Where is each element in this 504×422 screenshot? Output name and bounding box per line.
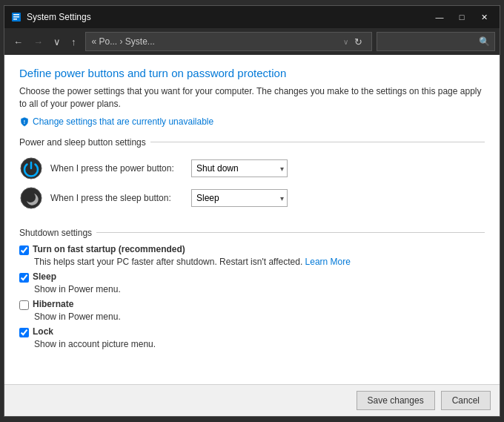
sleep-button-label: When I press the sleep button: xyxy=(50,193,184,203)
fast-startup-checkbox[interactable] xyxy=(19,245,29,255)
fast-startup-desc: This helps start your PC faster after sh… xyxy=(34,257,485,267)
nav-bar: ← → ∨ ↑ « Po... › Syste... ∨ ↻ 🔍 xyxy=(4,28,500,55)
address-bar[interactable]: « Po... › Syste... ∨ ↻ xyxy=(85,32,373,51)
power-section-label: Power and sleep button settings xyxy=(19,137,146,148)
fast-startup-desc-text: This helps start your PC faster after sh… xyxy=(34,257,302,267)
window-title: System Settings xyxy=(27,12,430,22)
sleep-label[interactable]: Sleep xyxy=(33,271,56,282)
lock-desc: Show in account picture menu. xyxy=(34,339,485,349)
svg-point-6 xyxy=(21,188,42,208)
power-button-label: When I press the power button: xyxy=(50,163,184,174)
power-settings: When I press the power button: Do nothin… xyxy=(19,154,485,225)
fast-startup-row: Turn on fast startup (recommended) xyxy=(19,244,485,255)
shutdown-section-header: Shutdown settings xyxy=(19,228,485,238)
sleep-button-select-wrapper: Do nothing Sleep Hibernate Shut down Tur… xyxy=(191,189,288,207)
shutdown-section-label: Shutdown settings xyxy=(19,228,92,238)
main-window: System Settings — □ ✕ ← → ∨ ↑ « Po... › … xyxy=(4,5,500,417)
svg-rect-2 xyxy=(13,14,19,16)
section-divider xyxy=(150,142,485,142)
search-input[interactable] xyxy=(382,36,479,47)
lock-row: Lock xyxy=(19,326,485,337)
cancel-button[interactable]: Cancel xyxy=(441,391,491,410)
up-button[interactable]: ↑ xyxy=(67,33,81,50)
title-bar: System Settings — □ ✕ xyxy=(4,6,500,28)
address-text: « Po... › Syste... xyxy=(92,36,341,47)
power-button-select-wrapper: Do nothing Sleep Hibernate Shut down Tur… xyxy=(191,159,288,177)
content-area: Define power buttons and turn on passwor… xyxy=(4,55,500,384)
search-icon: 🔍 xyxy=(479,36,490,47)
sleep-button-select[interactable]: Do nothing Sleep Hibernate Shut down Tur… xyxy=(191,189,288,207)
page-title: Define power buttons and turn on passwor… xyxy=(19,67,485,79)
sleep-checkbox[interactable] xyxy=(19,273,29,283)
power-button-select[interactable]: Do nothing Sleep Hibernate Shut down Tur… xyxy=(191,159,288,177)
fast-startup-label[interactable]: Turn on fast startup (recommended) xyxy=(33,244,185,254)
svg-text:!: ! xyxy=(24,119,25,125)
maximize-button[interactable]: □ xyxy=(452,10,471,24)
svg-rect-3 xyxy=(13,19,17,20)
shutdown-section: Shutdown settings Turn on fast startup (… xyxy=(19,228,485,354)
sleep-button-row: When I press the sleep button: Do nothin… xyxy=(19,186,485,210)
learn-more-link[interactable]: Learn More xyxy=(305,257,351,267)
shutdown-divider xyxy=(96,232,485,233)
power-button-row: When I press the power button: Do nothin… xyxy=(19,156,485,180)
close-button[interactable]: ✕ xyxy=(474,10,494,24)
lock-label[interactable]: Lock xyxy=(33,326,53,337)
hibernate-label[interactable]: Hibernate xyxy=(33,299,73,309)
sleep-button-icon xyxy=(19,186,43,210)
search-box[interactable]: 🔍 xyxy=(377,32,495,51)
power-button-icon xyxy=(19,156,43,180)
hibernate-checkbox[interactable] xyxy=(19,300,29,310)
svg-rect-1 xyxy=(13,16,19,18)
change-settings-link[interactable]: ! Change settings that are currently una… xyxy=(19,116,485,127)
power-section-header: Power and sleep button settings xyxy=(19,137,485,148)
page-description: Choose the power settings that you want … xyxy=(19,85,485,111)
minimize-button[interactable]: — xyxy=(430,10,449,24)
shield-icon: ! xyxy=(19,116,30,127)
change-settings-text: Change settings that are currently unava… xyxy=(33,116,213,127)
nav-down-button[interactable]: ∨ xyxy=(49,33,65,50)
save-changes-button[interactable]: Save changes xyxy=(357,391,435,410)
back-button[interactable]: ← xyxy=(9,33,27,50)
hibernate-row: Hibernate xyxy=(19,299,485,310)
refresh-button[interactable]: ↻ xyxy=(351,33,365,50)
hibernate-desc: Show in Power menu. xyxy=(34,311,485,322)
window-icon xyxy=(10,11,22,23)
sleep-row: Sleep xyxy=(19,271,485,283)
window-controls: — □ ✕ xyxy=(430,10,494,24)
lock-checkbox[interactable] xyxy=(19,328,29,337)
footer: Save changes Cancel xyxy=(4,384,500,416)
forward-button[interactable]: → xyxy=(29,33,47,50)
sleep-desc: Show in Power menu. xyxy=(34,284,485,294)
address-chevron-icon: ∨ xyxy=(343,38,348,46)
